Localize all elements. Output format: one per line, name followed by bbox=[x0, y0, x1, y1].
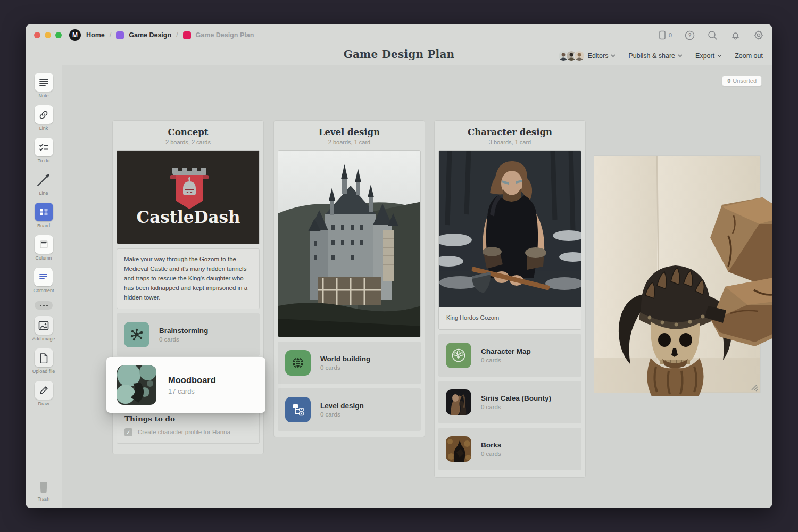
tool-label: Trash bbox=[38, 496, 50, 502]
board-item-world-building[interactable]: World building 0 cards bbox=[278, 342, 421, 384]
trash-dropzone[interactable]: Trash bbox=[36, 479, 52, 502]
unsorted-badge[interactable]: 0 Unsorted bbox=[722, 76, 762, 86]
tool-add-image[interactable]: Add image bbox=[32, 316, 55, 342]
todo-checkbox-checked[interactable]: ✓ bbox=[124, 428, 132, 436]
mindmap-icon bbox=[130, 328, 144, 342]
notifications-button[interactable] bbox=[730, 30, 741, 40]
app-logo-icon[interactable]: M bbox=[69, 29, 81, 41]
tool-link[interactable]: Link bbox=[35, 105, 53, 131]
chevron-down-icon bbox=[717, 54, 722, 57]
todo-icon bbox=[39, 143, 49, 152]
board-count: 0 cards bbox=[481, 357, 531, 363]
more-tools-button[interactable] bbox=[35, 301, 53, 310]
tool-label: Add image bbox=[32, 336, 55, 342]
svg-text:CastleDash: CastleDash bbox=[137, 207, 240, 227]
bell-icon bbox=[730, 30, 741, 40]
column-subtitle: 3 boards, 1 card bbox=[438, 139, 581, 145]
note-icon bbox=[39, 77, 49, 87]
settings-button[interactable] bbox=[753, 30, 764, 40]
siriis-calea-thumbnail bbox=[446, 389, 471, 415]
maximize-window-button[interactable] bbox=[55, 32, 62, 38]
board-item-brainstorming[interactable]: Brainstorming 0 cards bbox=[117, 313, 260, 356]
app-window: M Home / Game Design / Game Design Plan … bbox=[26, 24, 772, 508]
search-button[interactable] bbox=[708, 30, 718, 40]
image-icon bbox=[38, 321, 49, 330]
board-item-moodboard-hover[interactable]: Moodboard 17 cards bbox=[106, 357, 265, 413]
publish-share-menu[interactable]: Publish & share bbox=[628, 52, 683, 60]
tool-label: Column bbox=[35, 255, 52, 261]
export-label: Export bbox=[695, 52, 714, 60]
tool-label: Draw bbox=[38, 401, 49, 406]
board-item-borks[interactable]: Borks 0 cards bbox=[438, 428, 581, 470]
gear-icon bbox=[753, 30, 764, 40]
concept-note-card[interactable]: Make your way through the Gozom to the M… bbox=[117, 248, 260, 309]
close-window-button[interactable] bbox=[34, 32, 40, 38]
zoom-out-button[interactable]: Zoom out bbox=[735, 52, 763, 60]
zoom-out-label: Zoom out bbox=[735, 52, 763, 60]
king-photo-card[interactable]: King Hordos Gozom bbox=[438, 150, 581, 330]
borks-thumbnail bbox=[446, 436, 471, 462]
unsorted-count: 0 bbox=[727, 78, 730, 84]
column-title: Character design bbox=[438, 127, 581, 137]
tool-board[interactable]: Board bbox=[35, 203, 53, 228]
board-name: World building bbox=[320, 355, 370, 363]
breadcrumb-parent-board[interactable]: Game Design bbox=[129, 31, 171, 39]
publish-share-label: Publish & share bbox=[628, 52, 675, 60]
column-character-design[interactable]: Character design 3 boards, 1 card bbox=[434, 120, 586, 478]
ornament-icon bbox=[451, 347, 467, 363]
castle-photo-card[interactable] bbox=[278, 150, 421, 337]
tools-sidebar: Note Link To-do Line Board Column Commen… bbox=[26, 65, 62, 508]
board-item-character-map[interactable]: Character Map 0 cards bbox=[438, 334, 581, 377]
tool-column[interactable]: Column bbox=[35, 235, 53, 261]
character-map-board-icon bbox=[446, 343, 471, 368]
world-building-board-icon bbox=[285, 350, 311, 376]
board-count: 0 cards bbox=[320, 411, 364, 418]
board-name: Siriis Calea (Bounty) bbox=[481, 394, 551, 402]
tool-todo[interactable]: To-do bbox=[35, 138, 53, 163]
board-count: 0 cards bbox=[481, 404, 551, 410]
tool-upload-file[interactable]: Upload file bbox=[32, 348, 55, 374]
arrow-line-icon bbox=[36, 172, 52, 188]
tool-note[interactable]: Note bbox=[35, 73, 53, 98]
tool-label: Upload file bbox=[32, 369, 55, 374]
minimize-window-button[interactable] bbox=[45, 32, 51, 38]
tool-comment[interactable]: Comment bbox=[33, 268, 54, 293]
viking-photo bbox=[439, 151, 581, 307]
breadcrumb-current-board: Game Design Plan bbox=[196, 31, 254, 39]
castledash-logo-card[interactable]: CastleDash bbox=[117, 150, 260, 244]
board-name: Character Map bbox=[481, 347, 531, 355]
todo-card[interactable]: Things to do ✓ Create character profile … bbox=[117, 408, 260, 444]
board-name: Brainstorming bbox=[159, 327, 208, 335]
mobile-device-button[interactable]: 0 bbox=[658, 30, 672, 40]
column-level-design[interactable]: Level design 2 boards, 1 card bbox=[273, 120, 425, 437]
tool-draw[interactable]: Draw bbox=[35, 381, 53, 406]
board-item-level-design[interactable]: Level design 0 cards bbox=[278, 388, 421, 431]
globe-icon bbox=[290, 355, 305, 370]
tool-label: Board bbox=[37, 223, 50, 228]
chevron-down-icon bbox=[678, 54, 683, 57]
board-canvas[interactable]: 0 Unsorted Concept 2 boards, 2 cards bbox=[62, 65, 772, 508]
breadcrumb: Home / Game Design / Game Design Plan bbox=[86, 31, 254, 39]
board-name: Moodboard bbox=[168, 375, 216, 385]
phone-icon bbox=[658, 30, 667, 40]
tool-label: Comment bbox=[33, 288, 54, 293]
tool-line[interactable]: Line bbox=[35, 170, 53, 196]
moodboard-thumbnail bbox=[117, 365, 156, 405]
editors-menu[interactable]: Editors bbox=[558, 50, 616, 62]
breadcrumb-home[interactable]: Home bbox=[86, 31, 105, 39]
pencil-icon bbox=[38, 385, 49, 396]
editor-avatars bbox=[558, 50, 585, 62]
column-title: Concept bbox=[117, 127, 260, 137]
board-name: Level design bbox=[320, 402, 364, 410]
column-subtitle: 2 boards, 1 card bbox=[278, 139, 421, 145]
question-icon: ? bbox=[685, 30, 695, 40]
board-count: 0 cards bbox=[159, 336, 208, 343]
skull-image-card[interactable] bbox=[594, 156, 772, 401]
column-title: Level design bbox=[278, 127, 421, 137]
borks-art bbox=[446, 436, 471, 462]
castle-photo bbox=[278, 151, 421, 337]
tool-label: Line bbox=[39, 190, 48, 196]
board-item-siriis-calea[interactable]: Siriis Calea (Bounty) 0 cards bbox=[438, 381, 581, 423]
help-button[interactable]: ? bbox=[685, 30, 695, 40]
export-menu[interactable]: Export bbox=[695, 52, 722, 60]
